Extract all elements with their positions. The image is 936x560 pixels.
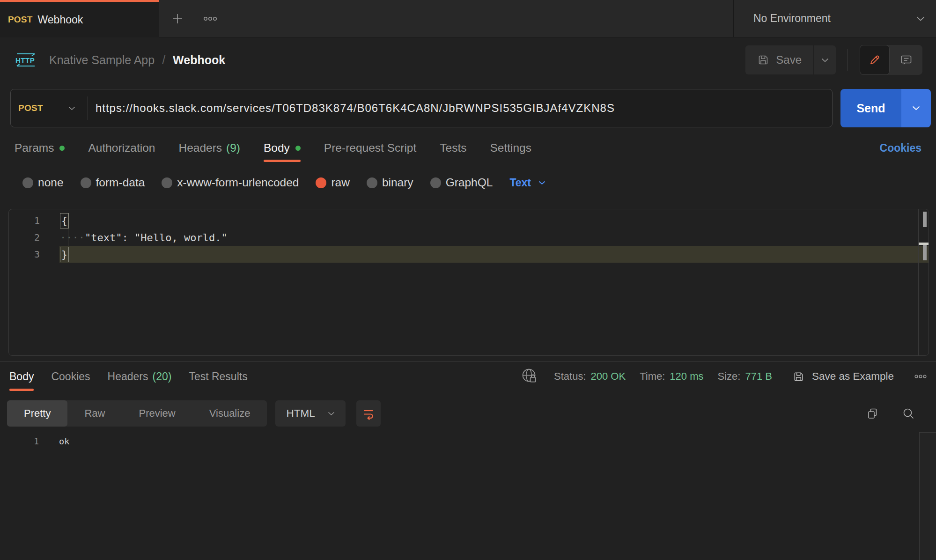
url-divider — [88, 96, 88, 120]
raw-format-selector[interactable]: Text — [509, 177, 545, 189]
tab-params-label: Params — [15, 141, 54, 155]
body-type-row: none form-data x-www-form-urlencoded raw… — [0, 169, 936, 197]
response-header: Body Cookies Headers (20) Test Results — [0, 362, 936, 391]
time-label: Time: — [640, 370, 665, 383]
copy-response-button[interactable] — [866, 407, 879, 420]
response-tab-cookies-label: Cookies — [51, 370, 90, 383]
tab-actions — [159, 0, 733, 37]
url-input[interactable]: POST https://hooks.slack.com/services/T0… — [10, 89, 833, 127]
tab-settings-label: Settings — [490, 141, 531, 155]
size-value: 771 B — [745, 370, 772, 383]
wrap-text-icon — [362, 407, 375, 420]
editor-code: ····"text": "Hello, world." — [60, 232, 228, 243]
request-tab-bar: POST Webhook No Environment — [0, 0, 936, 37]
send-options-button[interactable] — [901, 89, 931, 127]
body-type-binary-label: binary — [382, 176, 413, 189]
environment-selector[interactable]: No Environment — [733, 0, 936, 37]
response-body-line[interactable]: 1 ok — [0, 434, 936, 448]
send-button[interactable]: Send — [840, 89, 901, 127]
line-number: 1 — [9, 215, 40, 226]
response-body-text: ok — [59, 436, 69, 446]
tab-headers[interactable]: Headers (9) — [178, 127, 240, 162]
chevron-down-icon — [821, 58, 829, 62]
view-preview[interactable]: Preview — [122, 400, 192, 427]
response-format-selector[interactable]: HTML — [275, 400, 345, 427]
network-info-icon[interactable] — [520, 367, 540, 386]
response-scroll-gutter[interactable] — [919, 432, 936, 560]
method-selector-caret[interactable] — [68, 106, 75, 111]
tab-settings[interactable]: Settings — [490, 127, 531, 162]
save-button-label: Save — [776, 53, 802, 66]
breadcrumb-collection[interactable]: Knative Sample App — [49, 53, 155, 67]
save-button[interactable]: Save — [745, 45, 813, 74]
wrap-text-button[interactable] — [356, 400, 381, 427]
tab-options-button[interactable] — [203, 16, 217, 22]
response-options-button[interactable] — [914, 374, 927, 379]
body-type-urlencoded-label: x-www-form-urlencoded — [177, 176, 299, 189]
body-type-raw[interactable]: raw — [316, 176, 349, 189]
body-type-none[interactable]: none — [22, 176, 64, 189]
tab-title: Webhook — [38, 14, 83, 26]
radio-icon — [367, 177, 377, 188]
ruler-mark — [923, 212, 927, 227]
response-tab-headers[interactable]: Headers (20) — [108, 362, 172, 391]
cookies-link[interactable]: Cookies — [880, 135, 921, 155]
new-tab-button[interactable] — [170, 12, 184, 26]
tab-method-badge: POST — [8, 15, 33, 25]
chevron-down-icon — [912, 106, 920, 111]
tab-body[interactable]: Body — [264, 127, 301, 162]
save-as-example-label: Save as Example — [812, 370, 894, 383]
line-number: 2 — [9, 232, 40, 243]
response-toolbar: Pretty Raw Preview Visualize HTML — [0, 400, 936, 427]
comment-button[interactable] — [890, 45, 922, 75]
status-group: Status: 200 OK — [554, 370, 626, 383]
response-tab-body[interactable]: Body — [9, 362, 34, 391]
body-type-form-data[interactable]: form-data — [81, 176, 145, 189]
body-type-graphql[interactable]: GraphQL — [430, 176, 493, 189]
svg-text:HTTP: HTTP — [15, 56, 35, 64]
editor-overview-ruler[interactable] — [918, 209, 929, 355]
view-visualize[interactable]: Visualize — [192, 400, 267, 427]
close-brace: } — [60, 247, 69, 262]
breadcrumb-current[interactable]: Webhook — [173, 53, 225, 67]
tab-params[interactable]: Params — [15, 127, 65, 162]
tab-headers-label: Headers — [178, 141, 222, 155]
tab-body-label: Body — [264, 141, 290, 155]
method-selector-value[interactable]: POST — [18, 103, 43, 113]
body-type-raw-label: raw — [331, 176, 349, 189]
response-tab-test-results-label: Test Results — [189, 370, 247, 383]
response-format-value: HTML — [286, 407, 315, 420]
response-tab-cookies[interactable]: Cookies — [51, 362, 90, 391]
body-type-binary[interactable]: binary — [367, 176, 413, 189]
response-tab-test-results[interactable]: Test Results — [189, 362, 247, 391]
view-raw[interactable]: Raw — [67, 400, 122, 427]
time-value: 120 ms — [670, 370, 703, 383]
status-label: Status: — [554, 370, 586, 383]
chevron-down-icon — [328, 412, 335, 416]
body-type-urlencoded[interactable]: x-www-form-urlencoded — [162, 176, 299, 189]
breadcrumb-separator: / — [162, 53, 165, 67]
response-tab-headers-label: Headers — [108, 370, 148, 383]
more-options-icon — [203, 16, 217, 22]
send-button-group: Send — [840, 89, 931, 127]
edit-comment-group — [860, 45, 922, 75]
save-as-example-button[interactable]: Save as Example — [793, 370, 894, 383]
request-body-editor[interactable]: 1 { 2 ····"text": "Hello, world." 3 } — [8, 209, 929, 356]
radio-icon — [81, 177, 91, 188]
search-response-button[interactable] — [902, 407, 915, 420]
tab-pre-request-script[interactable]: Pre-request Script — [324, 127, 416, 162]
view-pretty[interactable]: Pretty — [7, 400, 67, 427]
body-active-dot — [295, 146, 301, 151]
url-bar: POST https://hooks.slack.com/services/T0… — [10, 89, 931, 127]
save-options-button[interactable] — [813, 45, 836, 74]
edit-button[interactable] — [860, 45, 890, 75]
tab-tests[interactable]: Tests — [440, 127, 466, 162]
plus-icon — [170, 12, 184, 26]
line-number: 3 — [9, 249, 40, 260]
radio-icon — [22, 177, 33, 188]
tab-authorization[interactable]: Authorization — [88, 127, 155, 162]
response-format-caret — [328, 412, 335, 416]
request-url[interactable]: https://hooks.slack.com/services/T06TD83… — [96, 102, 615, 115]
request-tab[interactable]: POST Webhook — [0, 0, 159, 37]
radio-icon — [162, 177, 172, 188]
